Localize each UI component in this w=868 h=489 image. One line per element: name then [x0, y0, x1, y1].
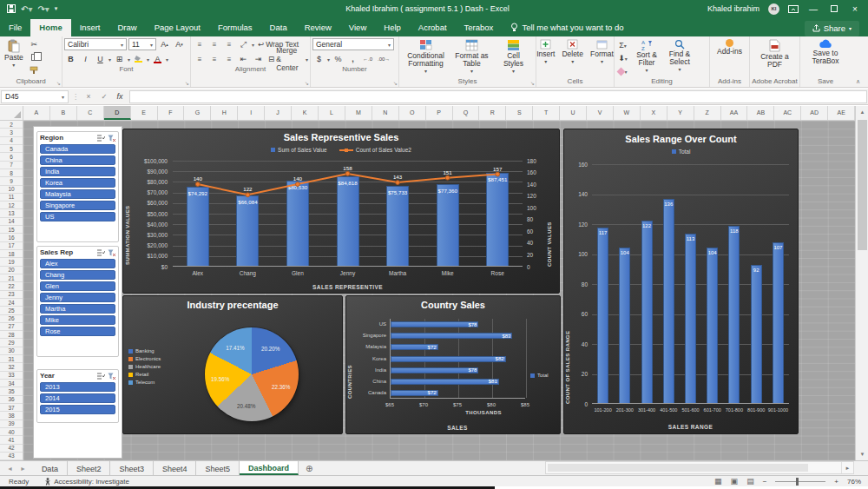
slicer-item-martha[interactable]: Martha	[40, 304, 115, 314]
clear-filter-icon[interactable]	[108, 135, 115, 142]
row-header-14[interactable]: 14	[0, 218, 23, 226]
slicer-item-rose[interactable]: Rose	[40, 327, 115, 336]
row-header-35[interactable]: 35	[0, 387, 23, 395]
shrink-font-button[interactable]: A▾	[173, 38, 186, 50]
slicer-item-us[interactable]: US	[40, 212, 115, 221]
row-header-42[interactable]: 42	[0, 445, 23, 453]
ribbon-tab-page-layout[interactable]: Page Layout	[146, 19, 209, 36]
user-name[interactable]: Khaled ibrahim	[707, 4, 760, 13]
zoom-slider-thumb[interactable]	[796, 478, 799, 486]
column-header-AE[interactable]: AE	[828, 106, 855, 120]
align-left-icon[interactable]: ≡	[193, 53, 206, 65]
align-right-icon[interactable]: ≡	[222, 53, 235, 65]
vertical-scrollbar[interactable]: ▲ ▼	[855, 106, 868, 460]
slicer-item-malaysia[interactable]: Malaysia	[40, 189, 115, 199]
column-header-V[interactable]: V	[587, 106, 614, 120]
slicer-item-jenny[interactable]: Jenny	[40, 293, 115, 302]
clear-button[interactable]: ▾	[616, 65, 629, 77]
slicer-item-2014[interactable]: 2014	[40, 393, 115, 403]
horizontal-scrollbar[interactable]: ►	[545, 461, 854, 474]
align-top-icon[interactable]: ≡	[193, 38, 206, 50]
increase-decimal-button[interactable]: ←.0	[361, 53, 374, 65]
fill-color-button[interactable]	[132, 53, 145, 65]
column-header-Q[interactable]: Q	[453, 106, 480, 120]
row-header-24[interactable]: 24	[0, 299, 23, 307]
bar-601-700[interactable]	[707, 248, 718, 403]
cancel-entry-icon[interactable]: ×	[82, 92, 95, 101]
column-header-T[interactable]: T	[533, 106, 560, 120]
column-header-Y[interactable]: Y	[667, 106, 694, 120]
slicer-item-glen[interactable]: Glen	[40, 281, 115, 291]
avatar[interactable]: KI	[768, 3, 779, 15]
bar-301-400[interactable]	[641, 221, 653, 403]
row-header-7[interactable]: 7	[0, 162, 23, 169]
column-header-AC[interactable]: AC	[774, 106, 801, 120]
sheet-tab-data[interactable]: Data	[33, 461, 68, 475]
column-header-M[interactable]: M	[345, 106, 372, 120]
normal-view-icon[interactable]: ▦	[714, 477, 722, 486]
zoom-out-icon[interactable]: −	[763, 478, 767, 486]
chart-sales-representative[interactable]: Sales Representive SalesSum of Sales Val…	[122, 129, 560, 294]
row-header-29[interactable]: 29	[0, 339, 23, 347]
comma-style-button[interactable]: ,	[346, 53, 359, 65]
slicer-item-india[interactable]: India	[40, 167, 115, 176]
ribbon-tab-view[interactable]: View	[340, 19, 375, 36]
slicer-item-chang[interactable]: Chang	[40, 270, 115, 280]
ribbon-tab-terabox[interactable]: Terabox	[456, 19, 503, 36]
row-header-23[interactable]: 23	[0, 291, 23, 299]
column-header-AD[interactable]: AD	[801, 106, 828, 120]
ribbon-display-options-icon[interactable]	[788, 5, 799, 13]
align-bottom-icon[interactable]: ≡	[222, 38, 235, 50]
row-header-17[interactable]: 17	[0, 242, 23, 250]
accounting-format-button[interactable]: $	[312, 53, 326, 65]
row-header-11[interactable]: 11	[0, 194, 23, 202]
slicer-item-2015[interactable]: 2015	[40, 405, 115, 414]
slicer-item-alex[interactable]: Alex	[40, 259, 115, 268]
row-header-26[interactable]: 26	[0, 315, 23, 323]
scroll-down-icon[interactable]: ▼	[856, 448, 868, 460]
conditional-formatting-button[interactable]: Conditional Formatting▾	[403, 38, 450, 77]
ribbon-tab-acrobat[interactable]: Acrobat	[410, 19, 456, 36]
sheet-tab-dashboard[interactable]: Dashboard	[240, 461, 299, 475]
align-center-icon[interactable]: ≡	[207, 53, 220, 65]
name-box[interactable]: D45▾	[1, 90, 69, 103]
copy-button[interactable]	[28, 51, 41, 63]
clipboard-dialog-launcher[interactable]: ↘	[56, 80, 61, 86]
format-as-table-button[interactable]: Format as Table▾	[451, 38, 493, 77]
ribbon-tab-draw[interactable]: Draw	[108, 19, 145, 36]
row-header-21[interactable]: 21	[0, 274, 23, 282]
bar-korea[interactable]	[391, 356, 506, 362]
column-header-X[interactable]: X	[641, 106, 667, 120]
slicer-item-mike[interactable]: Mike	[40, 315, 115, 325]
column-header-L[interactable]: L	[319, 106, 345, 120]
save-to-terabox-button[interactable]: Save to TeraBox	[802, 38, 849, 77]
row-header-37[interactable]: 37	[0, 404, 23, 412]
column-header-AA[interactable]: AA	[721, 106, 748, 120]
format-painter-button[interactable]	[28, 64, 41, 76]
cell-styles-button[interactable]: Cell Styles▾	[495, 38, 533, 77]
number-dialog-launcher[interactable]: ↘	[393, 80, 398, 86]
worksheet-area[interactable]: RegionCanadaChinaIndiaKoreaMalaysiaSinga…	[23, 121, 855, 460]
number-format-select[interactable]: General▾	[312, 38, 394, 50]
row-header-9[interactable]: 9	[0, 177, 23, 185]
scroll-up-icon[interactable]: ▲	[856, 106, 868, 118]
ribbon-tab-formulas[interactable]: Formulas	[209, 19, 261, 36]
row-header-5[interactable]: 5	[0, 145, 23, 153]
row-header-15[interactable]: 15	[0, 226, 23, 234]
column-header-F[interactable]: F	[158, 106, 185, 120]
formula-bar-splitter[interactable]: ⋮	[72, 93, 79, 101]
column-header-W[interactable]: W	[614, 106, 641, 120]
accounting-caret[interactable]: ▾	[327, 56, 330, 63]
underline-caret[interactable]: ▾	[108, 56, 111, 63]
styles-dialog-launcher[interactable]: ↘	[530, 80, 535, 86]
sheet-tab-sheet5[interactable]: Sheet5	[196, 461, 240, 475]
share-button[interactable]: Share ▾	[805, 21, 859, 36]
sheet-tab-sheet3[interactable]: Sheet3	[110, 461, 154, 475]
chart-country-sales[interactable]: Country Sales$78$83$72$82$78$81$72$65$70…	[345, 295, 561, 434]
row-header-12[interactable]: 12	[0, 202, 23, 209]
row-header-6[interactable]: 6	[0, 153, 23, 161]
sheet-nav-left-icon[interactable]: ◄	[7, 466, 13, 472]
fill-button[interactable]: ⬇▾	[616, 52, 629, 64]
row-header-41[interactable]: 41	[0, 436, 23, 444]
bar-801-900[interactable]	[751, 265, 762, 403]
